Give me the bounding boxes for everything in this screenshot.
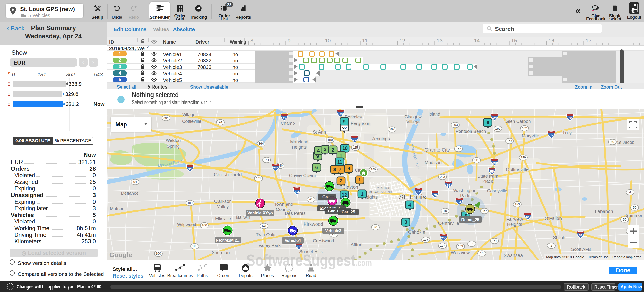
svg-text:Demo_25: Demo_25	[461, 217, 480, 222]
svg-text:Affton: Affton	[351, 242, 362, 247]
svg-text:61: 61	[309, 197, 313, 201]
svg-text:321.2: 321.2	[66, 101, 79, 107]
svg-text:141: 141	[264, 158, 269, 162]
svg-text:17: 17	[586, 38, 591, 44]
svg-text:163: 163	[458, 244, 463, 248]
svg-text:3: 3	[333, 167, 336, 172]
svg-text:100: 100	[202, 223, 207, 227]
svg-text:Vehicle3: Vehicle3	[325, 228, 342, 233]
svg-text:Summerfield: Summerfield	[626, 213, 644, 218]
svg-text:115: 115	[353, 146, 358, 149]
svg-text:Sherman: Sherman	[212, 250, 230, 255]
svg-text:6: 6	[315, 165, 318, 170]
svg-text:Terms of Use: Terms of Use	[588, 255, 608, 259]
svg-text:50: 50	[623, 218, 626, 221]
svg-text:255: 255	[492, 161, 497, 164]
svg-text:55: 55	[550, 133, 553, 137]
svg-text:Ellisville: Ellisville	[215, 216, 231, 221]
svg-text:141: 141	[262, 224, 267, 228]
svg-text:Kirkwood: Kirkwood	[304, 221, 323, 227]
svg-text:St. Louis: St. Louis	[399, 193, 426, 201]
svg-text:543: 543	[94, 72, 103, 77]
svg-text:109: 109	[192, 244, 198, 248]
svg-text:Vehicle4: Vehicle4	[284, 238, 301, 243]
svg-text:11: 11	[337, 159, 342, 164]
svg-text:Washington: Washington	[453, 188, 476, 193]
svg-text:64: 64	[526, 215, 530, 219]
svg-text:Village: Village	[406, 119, 420, 124]
svg-text:4: 4	[408, 202, 411, 208]
svg-text:4: 4	[348, 166, 350, 171]
svg-text:270: 270	[492, 116, 497, 119]
svg-text:Chesterfield: Chesterfield	[214, 172, 242, 178]
svg-text:162: 162	[495, 127, 500, 130]
svg-text:Park: Park	[460, 193, 470, 198]
svg-text:100: 100	[156, 252, 161, 255]
svg-text:367: 367	[389, 128, 394, 131]
svg-text:2: 2	[550, 244, 552, 247]
svg-text:O'Fallon: O'Fallon	[544, 216, 562, 221]
svg-text:State Park: State Park	[478, 174, 498, 179]
svg-text:0: 0	[12, 72, 15, 77]
svg-text:94: 94	[219, 120, 222, 124]
svg-text:Defiance: Defiance	[121, 191, 138, 196]
svg-text:10: 10	[342, 146, 348, 151]
svg-text:Map: Map	[116, 121, 127, 128]
svg-text:Matson: Matson	[110, 206, 124, 211]
svg-text:12: 12	[400, 38, 405, 44]
svg-text:Place: Place	[482, 179, 493, 184]
svg-text:0: 0	[8, 82, 10, 87]
svg-text:70: 70	[434, 193, 437, 197]
svg-text:362: 362	[66, 72, 75, 77]
svg-text:St Ann: St Ann	[313, 129, 326, 135]
svg-text:364: 364	[164, 116, 169, 120]
svg-text:16: 16	[548, 38, 554, 44]
svg-text:Champ: Champ	[280, 121, 295, 126]
svg-text:Car_25: Car_25	[342, 210, 355, 214]
svg-text:157: 157	[440, 244, 445, 247]
svg-text:70: 70	[353, 138, 356, 141]
svg-text:157: 157	[507, 139, 512, 143]
svg-text:44: 44	[417, 190, 420, 194]
svg-text:0: 0	[8, 92, 10, 97]
svg-text:Des Peres: Des Peres	[285, 211, 306, 216]
svg-text:Glen Carbon: Glen Carbon	[506, 119, 531, 124]
svg-text:Map data ©2019 Google: Map data ©2019 Google	[546, 255, 584, 259]
svg-text:Vehicle XYyo: Vehicle XYyo	[248, 211, 273, 215]
svg-text:94: 94	[134, 180, 137, 184]
svg-text:Report a map error: Report a map error	[612, 255, 641, 259]
svg-text:Cahokia: Cahokia	[408, 229, 425, 235]
svg-text:13: 13	[470, 242, 474, 245]
svg-text:14: 14	[474, 38, 480, 44]
svg-text:70: 70	[283, 116, 286, 119]
svg-text:70: 70	[568, 116, 572, 120]
svg-text:329.6: 329.6	[65, 91, 78, 97]
svg-text:Fairview: Fairview	[506, 217, 523, 222]
svg-text:Jennings: Jennings	[372, 136, 390, 141]
svg-text:50: 50	[633, 206, 636, 209]
svg-text:141: 141	[256, 176, 261, 180]
svg-text:Maryville: Maryville	[522, 133, 539, 138]
svg-text:Valley Park: Valley Park	[258, 243, 281, 248]
svg-text:Clayton: Clayton	[342, 184, 358, 190]
svg-text:4: 4	[317, 148, 320, 153]
svg-text:2: 2	[340, 178, 342, 183]
svg-text:Town and: Town and	[274, 202, 293, 207]
svg-text:203: 203	[452, 123, 458, 127]
svg-text:109: 109	[187, 201, 192, 205]
svg-text:15: 15	[511, 38, 517, 44]
svg-text:Island: Island	[428, 112, 440, 117]
svg-text:10: 10	[325, 38, 330, 44]
svg-text:15: 15	[444, 209, 447, 213]
svg-text:338.9: 338.9	[68, 81, 82, 87]
svg-text:159: 159	[520, 156, 526, 159]
svg-text:64: 64	[188, 167, 192, 170]
svg-text:Caseyville: Caseyville	[487, 188, 507, 193]
svg-text:Spring: Spring	[167, 144, 180, 149]
svg-text:Heights: Heights	[292, 145, 307, 150]
svg-text:Swansea: Swansea	[504, 253, 523, 258]
svg-text:159: 159	[514, 202, 520, 206]
svg-text:Maryland: Maryland	[290, 139, 308, 144]
svg-text:St Jacob: St Jacob	[617, 140, 634, 145]
svg-text:Clarkson: Clarkson	[214, 199, 232, 204]
